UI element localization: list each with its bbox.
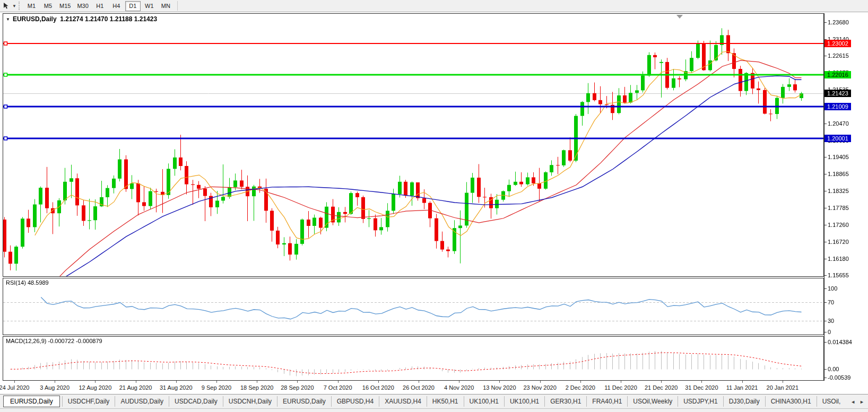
chart-tab[interactable]: HK50,H1 xyxy=(427,396,464,407)
timeframe-button[interactable]: H1 xyxy=(92,1,108,11)
date-tick-mark xyxy=(499,381,500,383)
rsi-indicator-pane: RSI(14) 48.5989 xyxy=(3,278,824,335)
price-level-tag: 1.22016 xyxy=(824,71,851,78)
scale-tick-label: 1.22615 xyxy=(828,52,849,59)
date-axis[interactable]: 24 Jul 20203 Aug 202012 Aug 202021 Aug 2… xyxy=(3,381,824,394)
date-tick-mark xyxy=(661,381,662,383)
chart-tab[interactable]: EURUSD,Daily xyxy=(3,396,60,407)
chart-tab[interactable]: DJ30,Daily xyxy=(723,396,765,407)
chart-ohlc-values: 1.21274 1.21470 1.21188 1.21423 xyxy=(60,15,157,23)
timeframe-button[interactable]: M5 xyxy=(40,1,56,11)
cursor-tool-dropdown-icon[interactable]: ▼ xyxy=(11,4,18,8)
rsi-scale-label: 70 xyxy=(828,299,834,305)
date-tick-mark xyxy=(621,381,621,383)
chart-tab[interactable]: EURUSD,Daily xyxy=(277,396,331,407)
date-tick-mark xyxy=(216,381,217,383)
date-tick-mark xyxy=(55,381,55,383)
mt4-window: ▼ M1M5M15M30H1H4D1W1MN ▼EURUSD,Daily 1.2… xyxy=(0,0,868,412)
scale-tick-label: 1.23680 xyxy=(828,19,849,25)
date-tick-label: 4 Nov 2020 xyxy=(444,384,474,391)
chart-tab[interactable]: XAUUSD,H4 xyxy=(379,396,427,407)
scale-tick-label: 1.18325 xyxy=(828,188,849,194)
scale-separator-line xyxy=(824,13,824,381)
chart-tab[interactable]: CHINA300,H1 xyxy=(765,396,817,407)
chart-tab[interactable]: UK100,H1 xyxy=(504,396,544,407)
price-scale[interactable]: 1.236801.231401.226151.220751.215351.209… xyxy=(824,13,868,381)
date-tick-mark xyxy=(459,381,459,383)
scale-tick-label: 1.20470 xyxy=(828,120,849,127)
chart-tab[interactable]: USDCHF,Daily xyxy=(62,396,115,407)
macd-label: MACD(12,26,9) xyxy=(6,338,46,344)
chart-tab[interactable]: AUDUSD,Daily xyxy=(115,396,169,407)
price-level-tag: 1.20001 xyxy=(824,135,851,142)
price-chart-pane: ▼EURUSD,Daily 1.21274 1.21470 1.21188 1.… xyxy=(3,13,824,277)
cursor-tool-icon[interactable] xyxy=(2,1,11,11)
chart-tab[interactable]: USOil, xyxy=(817,396,846,407)
chart-tab[interactable]: GBPUSD,H4 xyxy=(331,396,379,407)
date-tick-mark xyxy=(14,381,15,383)
tab-scroll-right-icon[interactable]: ► xyxy=(857,399,866,405)
date-tick-label: 23 Nov 2020 xyxy=(523,384,556,391)
macd-values: -0.000722 -0.000879 xyxy=(48,338,102,344)
timeframe-buttons: M1M5M15M30H1H4D1W1MN xyxy=(23,1,174,11)
date-tick-mark xyxy=(419,381,419,383)
date-tick-mark xyxy=(136,381,136,383)
scale-tick-label: 1.18865 xyxy=(828,171,849,177)
collapse-indicator-icon[interactable]: ▼ xyxy=(6,17,10,22)
chart-tabs: EURUSD,DailyUSDCHF,DailyAUDUSD,DailyUSDC… xyxy=(3,396,846,407)
rsi-header: RSI(14) 48.5989 xyxy=(6,279,49,286)
macd-scale-label: -0.00539 xyxy=(828,374,850,381)
toolbar-grip xyxy=(19,2,21,10)
status-bar xyxy=(0,408,868,412)
date-tick-label: 11 Dec 2020 xyxy=(604,384,637,391)
date-tick-mark xyxy=(95,381,96,383)
date-tick-label: 13 Nov 2020 xyxy=(483,384,516,391)
chart-tab[interactable]: USDCNH,Daily xyxy=(223,396,277,407)
timeframe-button[interactable]: D1 xyxy=(125,1,141,11)
chart-tab[interactable]: UK100,H1 xyxy=(464,396,504,407)
timeframe-button[interactable]: H4 xyxy=(109,1,124,11)
timeframe-button[interactable]: M1 xyxy=(24,1,39,11)
chart-tab-bar: EURUSD,DailyUSDCHF,DailyAUDUSD,DailyUSDC… xyxy=(0,394,868,408)
rsi-scale-label: 30 xyxy=(828,318,834,324)
scale-tick-label: 1.16720 xyxy=(828,239,849,245)
date-tick-label: 21 Dec 2020 xyxy=(645,384,678,391)
rsi-scale-label: 100 xyxy=(828,285,837,292)
price-level-tag: 1.23002 xyxy=(824,40,851,47)
rsi-canvas[interactable] xyxy=(3,278,823,335)
date-tick-label: 26 Oct 2020 xyxy=(403,384,435,391)
tab-scroll-left-icon[interactable]: ◄ xyxy=(848,399,857,405)
date-tick-mark xyxy=(701,381,702,383)
chart-tab[interactable]: USDCAD,Daily xyxy=(169,396,223,407)
toolbar-separator xyxy=(177,1,178,11)
scale-tick-label: 1.17785 xyxy=(828,205,849,211)
chart-shift-icon[interactable] xyxy=(676,15,683,19)
date-tick-mark xyxy=(297,381,298,383)
date-tick-mark xyxy=(580,381,581,383)
date-tick-mark xyxy=(176,381,177,383)
macd-scale-label: 0.00 xyxy=(828,366,839,372)
chart-symbol-label: EURUSD,Daily xyxy=(13,15,57,23)
timeframe-button[interactable]: W1 xyxy=(142,1,157,11)
rsi-scale-label: 0 xyxy=(828,329,831,335)
date-tick-label: 24 Jul 2020 xyxy=(0,384,29,391)
date-tick-label: 9 Sep 2020 xyxy=(202,384,231,391)
date-tick-mark xyxy=(540,381,541,383)
tab-scroll-arrows: ◄ ► xyxy=(845,395,866,408)
chart-tab[interactable]: GER30,H1 xyxy=(544,396,586,407)
timeframe-button[interactable]: M30 xyxy=(74,1,91,11)
chart-tab[interactable]: USOil,Weekly xyxy=(627,396,678,407)
scale-tick-label: 1.16180 xyxy=(828,256,849,262)
scale-tick-label: 1.15655 xyxy=(828,272,849,278)
chart-tab[interactable]: FRA40,H1 xyxy=(586,396,627,407)
date-tick-mark xyxy=(783,381,783,383)
date-tick-label: 28 Sep 2020 xyxy=(281,384,314,391)
macd-canvas[interactable] xyxy=(3,337,823,380)
price-chart-canvas[interactable] xyxy=(3,14,823,276)
timeframe-button[interactable]: M15 xyxy=(57,1,73,11)
macd-header: MACD(12,26,9) -0.000722 -0.000879 xyxy=(6,338,102,344)
rsi-label: RSI(14) xyxy=(6,279,26,286)
date-tick-label: 11 Jan 2021 xyxy=(726,384,758,391)
chart-tab[interactable]: USDJPY,H1 xyxy=(678,396,723,407)
timeframe-button[interactable]: MN xyxy=(158,1,173,11)
